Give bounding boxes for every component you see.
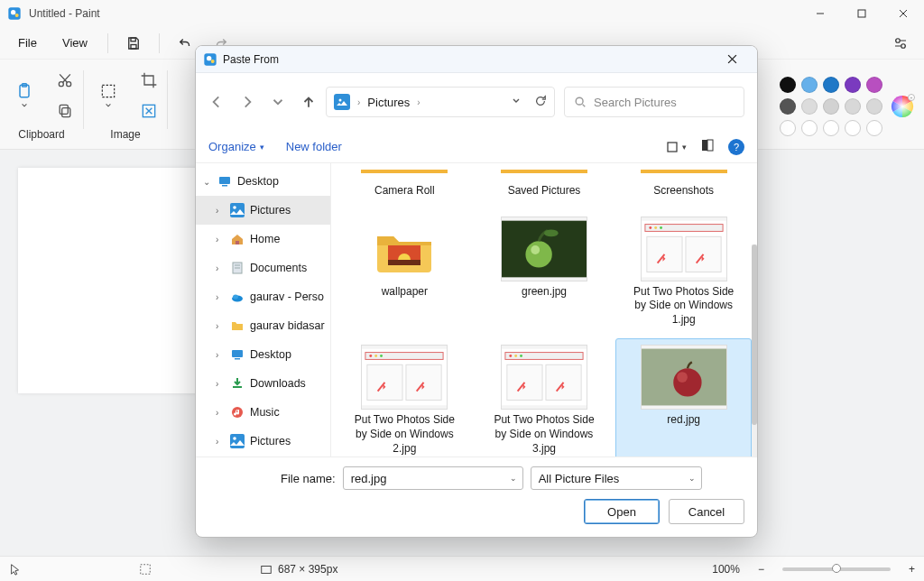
- dialog-nav: › Pictures › Search Pictures: [196, 73, 757, 131]
- tree-item[interactable]: ›gaurav - Perso: [196, 282, 330, 311]
- filename-input[interactable]: red.jpg⌄: [343, 466, 523, 490]
- paste-from-dialog: Paste From › Pictures › Search Pictures …: [195, 45, 758, 538]
- color-swatch[interactable]: [866, 120, 882, 136]
- svg-point-59: [654, 226, 657, 229]
- svg-rect-25: [337, 97, 347, 107]
- search-input[interactable]: Search Pictures: [564, 87, 744, 117]
- window-maximize-button[interactable]: [841, 0, 882, 27]
- color-swatch[interactable]: [780, 77, 796, 93]
- dialog-titlebar: Paste From: [196, 46, 757, 73]
- zoom-in-button[interactable]: +: [909, 563, 915, 576]
- color-swatch[interactable]: [780, 120, 796, 136]
- svg-point-75: [514, 355, 517, 357]
- svg-point-34: [233, 206, 236, 209]
- svg-rect-4: [858, 10, 865, 17]
- titlebar: Untitled - Paint: [0, 0, 924, 27]
- nav-forward-button[interactable]: [239, 94, 255, 110]
- svg-point-54: [544, 229, 559, 236]
- window-minimize-button[interactable]: [799, 0, 841, 27]
- zoom-slider[interactable]: [782, 567, 891, 571]
- zoom-out-button[interactable]: −: [758, 563, 764, 576]
- tree-item[interactable]: ›gaurav bidasar: [196, 311, 330, 340]
- tree-item[interactable]: ›Pictures: [196, 427, 330, 456]
- cut-icon[interactable]: [56, 71, 74, 89]
- file-item[interactable]: wallpaper: [337, 210, 473, 334]
- select-tool[interactable]: [93, 71, 124, 120]
- dialog-toolbar: Organize▾ New folder ▾ ?: [196, 131, 757, 163]
- filename-label: File name:: [281, 472, 336, 485]
- tree-item[interactable]: ›Music: [196, 398, 330, 427]
- menu-file[interactable]: File: [7, 31, 48, 55]
- color-swatch[interactable]: [823, 98, 839, 115]
- window-close-button[interactable]: [882, 0, 924, 27]
- file-item[interactable]: Put Two Photos Side by Side on Windows 2…: [337, 338, 473, 456]
- menu-view[interactable]: View: [51, 31, 98, 55]
- folder-item[interactable]: Screenshots: [615, 163, 752, 205]
- paste-button[interactable]: [9, 71, 40, 120]
- tree-item[interactable]: ›Desktop: [196, 340, 330, 369]
- nav-recent-button[interactable]: [270, 94, 286, 110]
- color-swatch[interactable]: [845, 77, 861, 93]
- svg-rect-33: [230, 203, 245, 217]
- scrollbar[interactable]: [752, 244, 757, 456]
- refresh-button[interactable]: [534, 95, 547, 110]
- file-item[interactable]: green.jpg: [476, 210, 613, 334]
- tree-item[interactable]: ⌄Desktop: [196, 167, 330, 196]
- file-item[interactable]: Put Two Photos Side by Side on Windows 1…: [615, 210, 752, 334]
- folder-item[interactable]: Saved Pictures: [476, 163, 613, 205]
- svg-rect-28: [668, 143, 677, 152]
- svg-rect-32: [222, 185, 227, 187]
- breadcrumb[interactable]: › Pictures ›: [326, 87, 555, 117]
- selection-status-icon: [139, 563, 152, 576]
- folder-item[interactable]: Camera Roll: [337, 163, 473, 205]
- file-item[interactable]: red.jpg: [615, 338, 752, 456]
- svg-point-8: [901, 43, 906, 48]
- svg-rect-35: [236, 241, 239, 244]
- svg-point-7: [896, 38, 901, 42]
- svg-rect-5: [131, 38, 135, 42]
- file-item[interactable]: Put Two Photos Side by Side on Windows 3…: [476, 338, 613, 456]
- nav-up-button[interactable]: [300, 94, 317, 110]
- svg-point-24: [211, 60, 215, 63]
- settings-icon[interactable]: [884, 29, 917, 58]
- svg-point-52: [525, 241, 551, 267]
- tree-item[interactable]: ›Documents: [196, 254, 330, 282]
- file-type-filter[interactable]: All Picture Files⌄: [531, 466, 702, 490]
- svg-point-53: [531, 245, 540, 254]
- color-swatch[interactable]: [845, 98, 861, 115]
- tree-item[interactable]: ›Downloads: [196, 369, 330, 398]
- tree-item[interactable]: ›Home: [196, 225, 330, 254]
- save-button[interactable]: [117, 29, 150, 58]
- breadcrumb-seg[interactable]: Pictures: [367, 96, 410, 109]
- copy-icon[interactable]: [56, 102, 74, 120]
- tree-item[interactable]: ›Pictures: [196, 196, 330, 225]
- svg-point-81: [673, 369, 701, 397]
- breadcrumb-dropdown[interactable]: [511, 95, 522, 110]
- color-picker-icon[interactable]: +: [890, 94, 915, 119]
- color-swatch[interactable]: [780, 98, 796, 115]
- dialog-close-button[interactable]: [714, 46, 750, 73]
- help-icon[interactable]: ?: [728, 139, 744, 155]
- color-swatch[interactable]: [801, 120, 818, 136]
- color-swatch[interactable]: [801, 77, 818, 93]
- open-button[interactable]: Open: [584, 499, 660, 524]
- color-swatch[interactable]: [823, 120, 839, 136]
- svg-point-67: [375, 355, 378, 357]
- organize-menu[interactable]: Organize▾: [208, 140, 264, 153]
- crop-icon[interactable]: [140, 71, 158, 89]
- cancel-button[interactable]: Cancel: [669, 499, 744, 524]
- color-swatch[interactable]: [823, 77, 839, 93]
- color-swatch[interactable]: [845, 120, 861, 136]
- resize-icon[interactable]: [140, 102, 158, 120]
- nav-back-button[interactable]: [208, 94, 225, 110]
- svg-point-26: [339, 99, 342, 102]
- preview-pane-button[interactable]: [701, 139, 714, 154]
- color-swatch[interactable]: [866, 77, 882, 93]
- svg-point-40: [233, 295, 238, 300]
- svg-point-23: [207, 56, 211, 60]
- new-folder-button[interactable]: New folder: [286, 140, 342, 153]
- color-swatch[interactable]: [801, 98, 818, 115]
- color-swatch[interactable]: [866, 98, 882, 115]
- view-mode-button[interactable]: ▾: [666, 141, 687, 153]
- svg-point-1: [11, 10, 15, 14]
